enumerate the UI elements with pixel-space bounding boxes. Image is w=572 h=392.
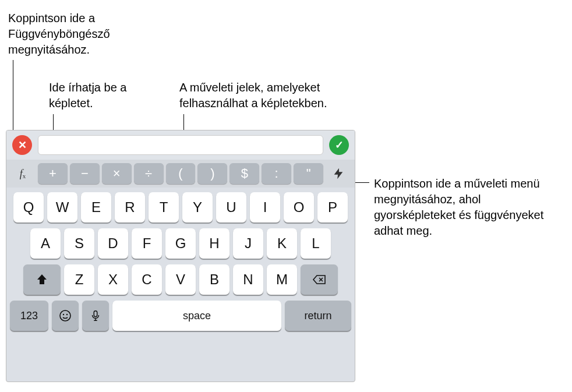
checkmark-icon: ✓ — [335, 139, 344, 151]
shift-key[interactable] — [23, 264, 61, 295]
close-icon: ✕ — [18, 139, 27, 151]
svg-point-1 — [63, 314, 64, 315]
dictation-key[interactable] — [82, 301, 109, 331]
op-multiply[interactable]: × — [102, 163, 132, 184]
key-p[interactable]: P — [317, 192, 348, 223]
formula-bar: ✕ ✓ — [6, 130, 355, 160]
key-v[interactable]: V — [165, 264, 196, 295]
shift-icon — [35, 273, 49, 287]
emoji-icon — [58, 309, 72, 323]
op-dollar[interactable]: $ — [229, 163, 259, 184]
key-o[interactable]: O — [284, 192, 314, 223]
key-i[interactable]: I — [250, 192, 280, 223]
formula-input[interactable] — [38, 135, 323, 155]
formula-keyboard: ✕ ✓ fx + − × ÷ ( ) $ : " Q — [6, 130, 355, 382]
key-d[interactable]: D — [98, 228, 128, 259]
callout-bolt: Koppintson ide a műveleti menü megnyitás… — [374, 176, 555, 239]
numeric-key[interactable]: 123 — [10, 301, 48, 331]
svg-rect-3 — [94, 311, 97, 317]
backspace-key[interactable] — [301, 264, 338, 295]
op-colon[interactable]: : — [262, 163, 291, 184]
key-u[interactable]: U — [216, 192, 246, 223]
key-q[interactable]: Q — [13, 192, 44, 223]
key-w[interactable]: W — [47, 192, 77, 223]
kb-row-bottom: 123 space return — [10, 301, 351, 331]
cancel-button[interactable]: ✕ — [12, 135, 32, 155]
callout-fx: Koppintson ide a Függvényböngésző megnyi… — [8, 10, 160, 58]
key-h[interactable]: H — [199, 228, 229, 259]
fx-sub: x — [23, 172, 26, 179]
op-quote[interactable]: " — [294, 163, 323, 184]
return-key[interactable]: return — [285, 301, 351, 331]
op-divide[interactable]: ÷ — [134, 163, 164, 184]
key-r[interactable]: R — [115, 192, 145, 223]
space-key[interactable]: space — [112, 301, 281, 331]
key-n[interactable]: N — [233, 264, 263, 295]
key-l[interactable]: L — [301, 228, 331, 259]
quick-formula-button[interactable] — [327, 163, 350, 184]
callout-input: Ide írhatja be a képletet. — [49, 80, 165, 111]
key-y[interactable]: Y — [182, 192, 213, 223]
key-j[interactable]: J — [233, 228, 263, 259]
op-paren-close[interactable]: ) — [197, 163, 227, 184]
operator-buttons: + − × ÷ ( ) $ : " — [38, 163, 323, 184]
microphone-icon — [89, 309, 102, 322]
key-s[interactable]: S — [64, 228, 94, 259]
key-g[interactable]: G — [165, 228, 196, 259]
key-k[interactable]: K — [267, 228, 297, 259]
op-paren-open[interactable]: ( — [166, 163, 196, 184]
op-minus[interactable]: − — [70, 163, 100, 184]
op-plus[interactable]: + — [38, 163, 68, 184]
key-t[interactable]: T — [149, 192, 179, 223]
key-x[interactable]: X — [98, 264, 128, 295]
callout-ops: A műveleti jelek, amelyeket felhasználha… — [179, 80, 354, 111]
key-z[interactable]: Z — [64, 264, 94, 295]
kb-row-2: A S D F G H J K L — [10, 228, 351, 259]
key-f[interactable]: F — [132, 228, 162, 259]
key-e[interactable]: E — [81, 192, 111, 223]
key-a[interactable]: A — [30, 228, 61, 259]
kb-row-1: Q W E R T Y U I O P — [10, 192, 351, 223]
operator-row: fx + − × ÷ ( ) $ : " — [6, 160, 355, 188]
kb-row-3: Z X C V B N M — [10, 264, 351, 295]
svg-point-2 — [66, 314, 68, 315]
key-c[interactable]: C — [132, 264, 162, 295]
lightning-icon — [332, 167, 345, 180]
key-m[interactable]: M — [267, 264, 297, 295]
function-browser-button[interactable]: fx — [11, 163, 34, 184]
key-b[interactable]: B — [199, 264, 229, 295]
keyboard-rows: Q W E R T Y U I O P A S D F G H J K L Z — [6, 188, 355, 341]
emoji-key[interactable] — [52, 301, 79, 331]
accept-button[interactable]: ✓ — [329, 135, 349, 155]
backspace-icon — [312, 273, 326, 287]
svg-point-0 — [60, 310, 70, 321]
